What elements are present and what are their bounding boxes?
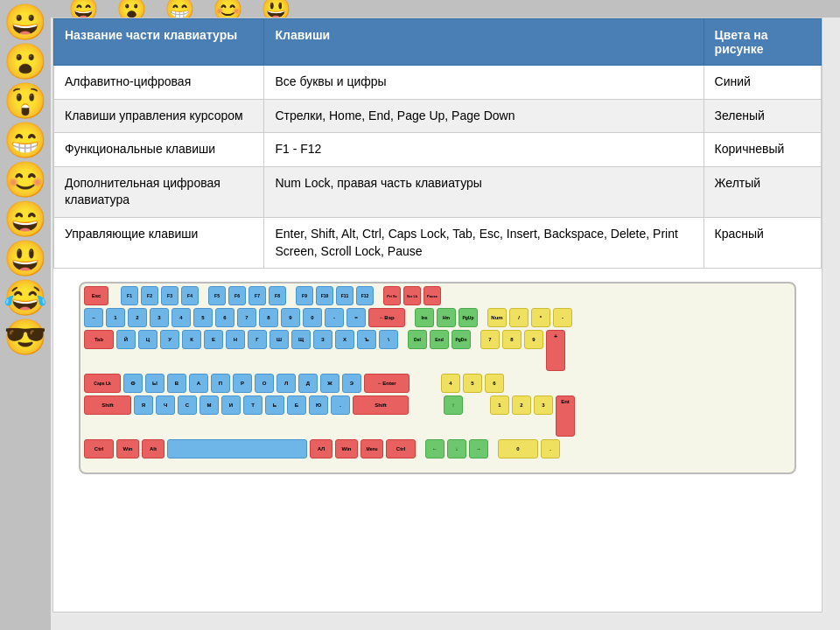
keyboard-diagram: Esc F1 F2 F3 F4 F5 F6 F7 F8 F9 F10 F11 F… (79, 282, 796, 474)
table-row: Алфавитно-цифроваяВсе буквы и цифрыСиний (54, 66, 822, 100)
cell-color: Синий (704, 66, 821, 100)
table-header-row: Название части клавиатуры Клавиши Цвета … (54, 19, 822, 66)
face-5: 😊 (4, 162, 47, 197)
face-9: 😎 (4, 319, 47, 354)
keyboard-section: Esc F1 F2 F3 F4 F5 F6 F7 F8 F9 F10 F11 F… (53, 269, 822, 487)
cell-keys: Стрелки, Home, End, Page Up, Page Down (264, 99, 704, 133)
table-row: Клавиши управления курсоромСтрелки, Home… (54, 99, 822, 133)
face-8: 😂 (4, 280, 47, 315)
cell-color: Красный (704, 217, 821, 268)
keyboard-parts-table: Название части клавиатуры Клавиши Цвета … (53, 18, 822, 269)
table-row: Дополнительная цифровая клавиатураNum Lo… (54, 166, 822, 217)
cell-keys: Все буквы и цифры (264, 66, 704, 100)
col-header-keys: Клавиши (264, 19, 704, 66)
main-content: Название части клавиатуры Клавиши Цвета … (52, 18, 822, 612)
table-row: Функциональные клавишиF1 - F12Коричневый (54, 133, 822, 167)
face-2: 😮 (4, 44, 47, 79)
cell-keys: Enter, Shift, Alt, Ctrl, Caps Lock, Tab,… (264, 217, 704, 268)
face-6: 😄 (4, 201, 47, 236)
cell-keys: Num Lock, правая часть клавиатуры (264, 166, 704, 217)
cell-part-name: Алфавитно-цифровая (54, 66, 264, 100)
cell-color: Коричневый (704, 133, 821, 167)
cell-keys: F1 - F12 (264, 133, 704, 167)
face-3: 😲 (4, 83, 47, 118)
sidebar-faces: 😀 😮 😲 😁 😊 😄 😃 😂 😎 (0, 0, 51, 630)
cell-part-name: Функциональные клавиши (54, 133, 264, 167)
col-header-color: Цвета на рисунке (704, 19, 821, 66)
table-section: Название части клавиатуры Клавиши Цвета … (53, 18, 822, 269)
cell-color: Зеленый (704, 99, 821, 133)
col-header-name: Название части клавиатуры (54, 19, 264, 66)
table-row: Управляющие клавишиEnter, Shift, Alt, Ct… (54, 217, 822, 268)
cell-part-name: Дополнительная цифровая клавиатура (54, 166, 264, 217)
cell-part-name: Управляющие клавиши (54, 217, 264, 268)
face-4: 😁 (4, 122, 47, 158)
cell-part-name: Клавиши управления курсором (54, 99, 264, 133)
face-1: 😀 (4, 4, 47, 39)
cell-color: Желтый (704, 166, 821, 217)
face-7: 😃 (4, 241, 47, 276)
